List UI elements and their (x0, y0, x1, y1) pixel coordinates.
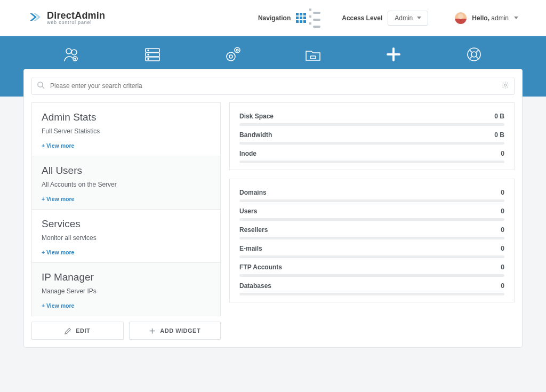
svg-point-18 (38, 82, 43, 87)
brand-name: DirectAdmin (47, 11, 105, 20)
dashboard-panel: Admin Stats Full Server Statistics + Vie… (23, 69, 523, 348)
search-icon (37, 81, 45, 91)
server-icon (142, 46, 163, 63)
widget-title: Services (42, 218, 211, 230)
brand-logo[interactable]: DirectAdmin web control panel (28, 10, 105, 26)
stat-value: 0 (501, 189, 504, 196)
access-level-dropdown[interactable]: Admin (388, 11, 428, 26)
stat-resellers: Resellers0 (239, 222, 504, 241)
progress-bar (239, 142, 504, 145)
progress-bar (239, 293, 504, 295)
widget-title: All Users (42, 165, 211, 177)
svg-point-14 (236, 49, 238, 51)
svg-rect-15 (310, 56, 316, 59)
svg-point-8 (148, 50, 149, 51)
stat-domains: Domains0 (239, 185, 504, 203)
avatar (455, 12, 467, 24)
progress-bar (239, 123, 504, 126)
svg-point-19 (504, 84, 506, 86)
progress-bar (239, 161, 504, 163)
nav-list-icon[interactable] (309, 9, 320, 28)
stat-databases: Databases0 (239, 278, 504, 297)
widget-subtitle: Monitor all services (42, 234, 211, 242)
widget-services: Services Monitor all services + View mor… (31, 210, 221, 263)
stat-label: FTP Accounts (239, 263, 282, 271)
chevron-down-icon (514, 17, 518, 19)
stat-value: 0 (501, 263, 504, 271)
widget-all-users: All Users All Accounts on the Server + V… (31, 156, 221, 210)
svg-point-13 (235, 47, 240, 53)
access-level-label: Access Level (342, 14, 382, 22)
stat-label: E-mails (239, 245, 262, 252)
widget-subtitle: Full Server Statistics (42, 127, 211, 135)
widget-subtitle: All Accounts on the Server (42, 181, 211, 188)
add-widget-label: ADD WIDGET (160, 327, 200, 334)
folder-icon (302, 46, 324, 63)
widget-ip-manager: IP Manager Manage Server IPs + View more (31, 263, 221, 316)
widget-title: Admin Stats (42, 111, 211, 123)
progress-bar (239, 274, 504, 277)
stat-label: Disk Space (239, 113, 274, 120)
stat-label: Bandwidth (239, 131, 272, 139)
stat-value: 0 B (494, 113, 504, 120)
stat-value: 0 (501, 150, 504, 157)
svg-point-16 (468, 48, 480, 61)
stat-value: 0 (501, 226, 504, 234)
edit-label: EDIT (76, 327, 90, 334)
nav-grid-icon[interactable] (296, 13, 306, 23)
stat-bandwidth: Bandwidth0 B (239, 127, 504, 146)
progress-bar (239, 237, 504, 239)
hello-prefix: Hello, (472, 14, 489, 22)
brand-sub: web control panel (47, 20, 105, 25)
add-widget-button[interactable]: ADD WIDGET (129, 322, 221, 340)
chevron-down-icon (417, 17, 421, 19)
stat-value: 0 (501, 245, 504, 252)
widget-subtitle: Manage Server IPs (42, 287, 211, 295)
stat-value: 0 B (494, 131, 504, 139)
svg-point-17 (471, 52, 477, 57)
svg-point-12 (229, 55, 232, 58)
stat-label: Users (239, 207, 257, 215)
usage-stats-widget: Disk Space0 BBandwidth0 BInode0 (229, 102, 515, 170)
stat-disk-space: Disk Space0 B (239, 108, 504, 127)
stat-label: Inode (239, 150, 256, 157)
svg-point-9 (148, 54, 149, 55)
logo-icon (28, 10, 43, 26)
search-input[interactable] (31, 77, 515, 95)
users-icon (61, 46, 83, 63)
stat-ftp-accounts: FTP Accounts0 (239, 259, 504, 278)
gears-icon (222, 46, 244, 63)
view-more-link[interactable]: + View more (42, 249, 74, 255)
navigation-label: Navigation (258, 14, 291, 22)
stat-label: Databases (239, 282, 271, 290)
view-more-link[interactable]: + View more (42, 302, 74, 309)
settings-icon[interactable] (501, 81, 509, 91)
view-more-link[interactable]: + View more (42, 142, 74, 149)
count-stats-widget: Domains0Users0Resellers0E-mails0FTP Acco… (229, 179, 515, 302)
plus-icon (383, 46, 404, 63)
view-more-link[interactable]: + View more (42, 196, 74, 202)
progress-bar (239, 218, 504, 221)
access-level-value: Admin (395, 14, 413, 22)
edit-button[interactable]: EDIT (31, 322, 124, 340)
progress-bar (239, 199, 504, 202)
stat-e-mails: E-mails0 (239, 241, 504, 259)
stat-users: Users0 (239, 203, 504, 222)
svg-point-10 (148, 59, 149, 60)
user-menu[interactable]: Hello, admin (455, 12, 518, 24)
hello-user: admin (491, 14, 509, 22)
top-bar: DirectAdmin web control panel Navigation… (0, 0, 546, 36)
progress-bar (239, 255, 504, 258)
stat-label: Domains (239, 189, 267, 196)
stat-value: 0 (501, 282, 504, 290)
stat-inode: Inode0 (239, 146, 504, 164)
widget-admin-stats: Admin Stats Full Server Statistics + Vie… (31, 102, 221, 156)
stat-value: 0 (501, 207, 504, 215)
lifebuoy-icon (463, 46, 485, 63)
svg-point-2 (66, 49, 71, 54)
svg-point-3 (71, 50, 77, 55)
widget-title: IP Manager (42, 271, 211, 283)
svg-point-11 (227, 52, 235, 61)
stat-label: Resellers (239, 226, 268, 234)
